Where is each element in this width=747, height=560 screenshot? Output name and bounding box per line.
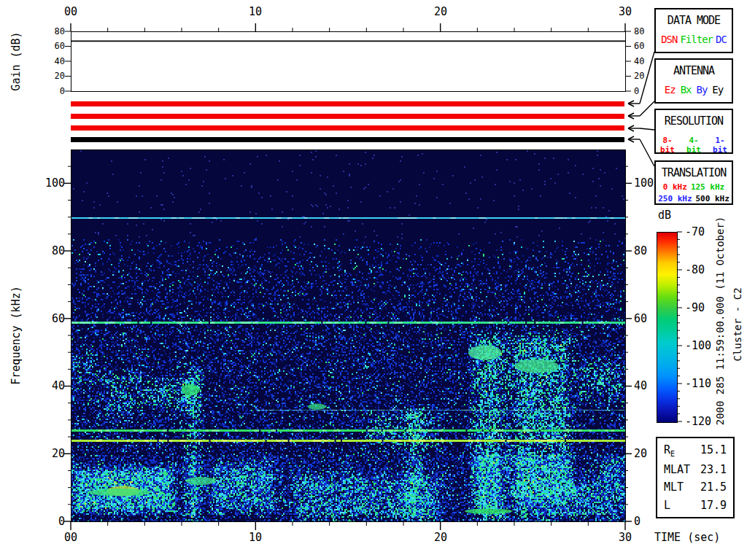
wbd-plot-window: Gain (dB) Frequency (kHz) 00 10 20 30 80… [0, 0, 747, 560]
axes-linework [0, 0, 747, 560]
